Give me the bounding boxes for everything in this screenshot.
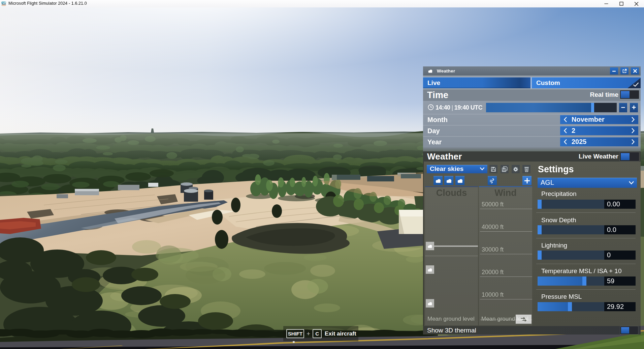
chevron-left-icon[interactable]: [564, 128, 567, 134]
pressure-slider[interactable]: 29.92: [538, 302, 636, 311]
wind-mgl-button[interactable]: [516, 315, 532, 324]
time-slider-thumb[interactable]: [591, 103, 594, 112]
chevron-right-icon[interactable]: [631, 117, 635, 122]
copy-icon: [502, 166, 508, 172]
wind-tick-line: [480, 277, 532, 277]
tab-live[interactable]: Live: [423, 77, 530, 88]
slider-thumb[interactable]: [538, 200, 542, 209]
clouds-column-title: Clouds: [425, 188, 478, 198]
slider-track[interactable]: [538, 277, 604, 286]
exit-aircraft-label: Exit aircraft: [325, 330, 356, 337]
panel-minimize-button[interactable]: [610, 67, 618, 75]
day-value: 2: [572, 127, 575, 135]
clouds-divider: [425, 256, 478, 256]
wind-layer-button[interactable]: [488, 176, 497, 185]
real-time-toggle[interactable]: [620, 90, 639, 99]
window-title: Microsoft Flight Simulator 2024 - 1.6.21…: [8, 1, 87, 6]
month-value: November: [572, 116, 605, 123]
window-maximize-button[interactable]: [614, 0, 629, 7]
day-stepper[interactable]: 2: [560, 126, 638, 135]
delete-preset-button[interactable]: [522, 165, 530, 173]
temperature-value: 59: [604, 277, 636, 286]
settings-separator: [536, 238, 636, 238]
copy-preset-button[interactable]: [501, 165, 509, 173]
chevron-left-icon[interactable]: [564, 117, 567, 122]
slider-track[interactable]: [538, 302, 604, 311]
cloud-layer-2-handle[interactable]: [426, 265, 434, 274]
wind-tick-line: [480, 209, 532, 209]
panel-popout-button[interactable]: [620, 67, 629, 75]
chevron-down-icon: [480, 167, 485, 171]
gear-icon: [513, 167, 518, 172]
plus-icon: [524, 178, 530, 184]
precipitation-value: 0.00: [604, 200, 636, 209]
slider-track[interactable]: [538, 251, 604, 260]
preset-settings-button[interactable]: [512, 165, 520, 173]
save-preset-button[interactable]: [489, 165, 497, 173]
thermal-toggle-knob: [621, 327, 629, 333]
maximize-icon: [619, 2, 623, 6]
wind-tick: 40000 ft: [482, 224, 504, 231]
slider-thumb[interactable]: [582, 277, 586, 286]
cloud-layer-3-button[interactable]: [455, 176, 464, 185]
real-time-label: Real time: [590, 91, 618, 98]
clock-icon: [428, 104, 434, 110]
wind-tick: 10000 ft: [482, 291, 504, 298]
shift-key: SHIFT: [286, 329, 304, 338]
slider-thumb[interactable]: [568, 302, 572, 311]
precipitation-label: Precipitation: [541, 190, 577, 198]
altitude-mode-dropdown[interactable]: AGL: [538, 178, 637, 188]
cloud-layer-3-handle[interactable]: [426, 299, 434, 308]
thermal-toggle[interactable]: [620, 326, 638, 334]
cloud-icon: [435, 178, 442, 183]
snow-depth-value: 0.0: [604, 225, 636, 234]
temperature-slider[interactable]: 59: [538, 277, 636, 286]
c-key: C: [313, 329, 322, 338]
time-display: 14:40|19:40 UTC: [436, 104, 482, 111]
chevron-left-icon[interactable]: [564, 139, 567, 145]
panel-close-button[interactable]: [631, 67, 639, 75]
cloud-layer-1-button[interactable]: [433, 176, 443, 185]
slider-track[interactable]: [538, 200, 604, 209]
window-minimize-button[interactable]: [599, 0, 614, 7]
snow-depth-slider[interactable]: 0.0: [538, 225, 636, 234]
slider-fill: [538, 302, 568, 311]
weather-preset-dropdown[interactable]: Clear skies: [427, 165, 487, 173]
time-separator: |: [450, 104, 454, 111]
panel-minimize-icon: [612, 69, 616, 73]
save-icon: [491, 167, 496, 172]
add-layer-button[interactable]: [522, 176, 532, 185]
wind-tick-line: [480, 231, 532, 232]
close-icon: [634, 2, 639, 6]
slider-thumb[interactable]: [538, 251, 542, 260]
exit-aircraft-hint: SHIFT + C Exit aircraft: [283, 326, 358, 341]
clouds-mgl-label: Mean ground level: [427, 316, 475, 322]
chevron-right-icon[interactable]: [631, 139, 635, 145]
time-plus-button[interactable]: +: [630, 103, 638, 112]
precipitation-slider[interactable]: 0.00: [538, 200, 636, 209]
lightning-slider[interactable]: 0: [538, 251, 636, 260]
time-minus-button[interactable]: −: [619, 103, 627, 112]
tab-custom[interactable]: Custom: [532, 77, 641, 88]
year-label: Year: [427, 138, 442, 146]
slider-thumb[interactable]: [538, 225, 542, 234]
weather-preset-value: Clear skies: [430, 165, 463, 173]
thermal-label: Show 3D thermal: [427, 327, 476, 334]
weather-panel-titlebar[interactable]: Weather: [423, 66, 641, 76]
year-stepper[interactable]: 2025: [560, 137, 638, 146]
window-close-button[interactable]: [629, 0, 644, 7]
cloud-layer-line: [434, 245, 478, 247]
time-slider[interactable]: [486, 103, 617, 112]
live-weather-toggle[interactable]: [620, 152, 639, 161]
slider-track[interactable]: [538, 225, 604, 234]
cloud-layer-2-button[interactable]: [444, 176, 453, 185]
cloud-icon: [457, 178, 463, 183]
chevron-right-icon[interactable]: [631, 128, 635, 134]
cloud-layer-1-handle[interactable]: [426, 242, 434, 250]
weather-panel: Weather Live Custom Time Real time: [423, 66, 641, 335]
month-stepper[interactable]: November: [560, 115, 638, 124]
lightning-label: Lightning: [541, 242, 567, 249]
pressure-value: 29.92: [604, 302, 636, 311]
cloud-icon: [446, 178, 452, 183]
wind-arrow-icon: [520, 317, 527, 322]
